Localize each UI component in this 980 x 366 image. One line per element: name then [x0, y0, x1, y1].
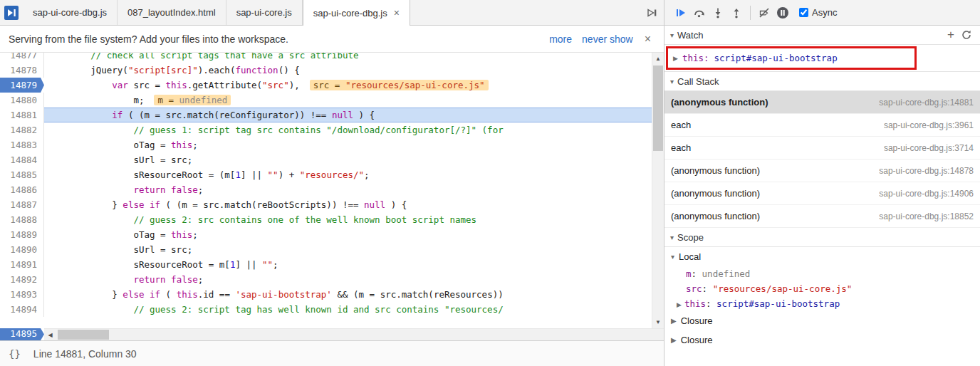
line-number[interactable]: 14880	[0, 93, 44, 108]
token-plain: ;	[198, 274, 204, 285]
scope-section-local[interactable]: ▾Local	[664, 247, 980, 266]
breakpoint-line-number[interactable]: 14879	[0, 78, 44, 93]
scope-section-name: Closure	[681, 335, 713, 345]
token-plain	[48, 110, 112, 120]
line-number[interactable]: 14885	[0, 167, 44, 182]
line-number[interactable]: 14891	[0, 257, 44, 272]
collapse-triangle-icon[interactable]: ▾	[671, 253, 674, 261]
line-number[interactable]: 14890	[0, 242, 44, 257]
vertical-scrollbar-thumb[interactable]	[653, 66, 663, 151]
frame-function-name: (anonymous function)	[671, 211, 760, 221]
expand-triangle-icon[interactable]: ▶	[671, 336, 677, 344]
line-number[interactable]: 14892	[0, 272, 44, 287]
show-navigator-button[interactable]	[0, 0, 23, 25]
token-comment: // guess 2: src contains one of the well…	[133, 214, 476, 225]
breakpoint-line-number[interactable]: 14895	[0, 328, 44, 340]
token-plain: sUrl = src;	[48, 155, 192, 165]
code-line: 14881 if ( (m = src.match(reConfigurator…	[0, 108, 664, 122]
line-number[interactable]: 14881	[0, 108, 44, 122]
deactivate-breakpoints-icon	[759, 7, 770, 19]
editor-tab[interactable]: 087_layoutIndex.html	[118, 0, 226, 25]
code-editor[interactable]: 14877 // check all script tags that have…	[0, 53, 664, 340]
horizontal-scrollbar[interactable]: ◀ ▶	[44, 328, 664, 340]
variable-name: m	[686, 268, 692, 279]
token-comment: // guess 2: script tag has well known id…	[133, 304, 503, 315]
deactivate-breakpoints-button[interactable]	[755, 6, 773, 20]
frame-location: sap-ui-core-dbg.js:3961	[884, 120, 974, 130]
frame-location: sap-ui-core-dbg.js:14881	[879, 98, 974, 108]
step-out-button[interactable]	[727, 6, 746, 20]
frame-function-name: each	[671, 142, 691, 153]
scroll-down-icon[interactable]: ▼	[652, 316, 664, 328]
code-line: 14885 sResourceRoot = (m[1] || "") + "re…	[0, 167, 664, 182]
line-number[interactable]: 14887	[0, 197, 44, 212]
never-show-link[interactable]: never show	[582, 33, 633, 45]
collapse-triangle-icon[interactable]: ▾	[670, 31, 674, 39]
add-watch-icon[interactable]: +	[943, 28, 959, 42]
call-stack-section-header[interactable]: ▾ Call Stack	[664, 72, 980, 91]
call-stack-frame[interactable]: eachsap-ui-core-dbg.js:3961	[664, 114, 980, 137]
line-number[interactable]: 14894	[0, 302, 44, 317]
code-text: // guess 1: script tag src contains "/do…	[44, 122, 664, 137]
step-into-button[interactable]	[709, 6, 727, 20]
watch-section-header[interactable]: ▾ Watch +	[664, 26, 980, 45]
token-plain: ;	[273, 259, 278, 270]
token-string: "src"	[262, 80, 289, 90]
scope-section-header[interactable]: ▾ Scope	[664, 228, 980, 247]
collapse-triangle-icon[interactable]: ▾	[670, 78, 674, 85]
scope-section-closure[interactable]: ▶Closure	[664, 330, 980, 350]
tab-close-icon[interactable]: ×	[394, 8, 400, 18]
token-plain: src =	[128, 80, 166, 90]
editor-tab[interactable]: sap-ui-core.js	[226, 0, 303, 25]
expand-triangle-icon[interactable]: ▶	[673, 55, 678, 62]
expand-triangle-icon[interactable]: ▶	[671, 317, 677, 325]
more-link[interactable]: more	[549, 33, 572, 45]
collapse-triangle-icon[interactable]: ▾	[670, 234, 674, 241]
variable-value: "resources/sap-ui-core.js"	[713, 283, 853, 294]
call-stack-frame[interactable]: (anonymous function)sap-ui-core-dbg.js:1…	[664, 160, 980, 182]
line-number[interactable]: 14893	[0, 287, 44, 302]
pause-on-exceptions-button[interactable]	[773, 6, 792, 20]
line-number[interactable]: 14888	[0, 212, 44, 227]
horizontal-scrollbar-thumb[interactable]	[58, 330, 109, 340]
call-stack-frame[interactable]: (anonymous function)sap-ui-core-dbg.js:1…	[664, 182, 980, 205]
line-number[interactable]: 14883	[0, 137, 44, 152]
token-plain: oTag =	[48, 140, 171, 150]
line-number[interactable]: 14889	[0, 227, 44, 242]
line-number[interactable]: 14886	[0, 182, 44, 197]
token-plain: ) {	[385, 199, 407, 210]
scope-variable[interactable]: m: undefined	[664, 266, 980, 281]
refresh-watch-icon[interactable]	[959, 30, 974, 40]
scope-variable[interactable]: ▶this: script#sap-ui-bootstrap	[664, 296, 980, 311]
token-plain: ;	[192, 229, 198, 240]
step-over-button[interactable]	[690, 6, 709, 20]
editor-tab[interactable]: sap-ui-core-dbg.js	[23, 0, 118, 25]
show-drawer-button[interactable]	[640, 0, 664, 25]
editor-tab[interactable]: sap-ui-core-dbg.js×	[303, 0, 410, 26]
line-number[interactable]: 14877	[0, 53, 44, 63]
watch-expression[interactable]: ▶ this: script#sap-ui-bootstrap	[664, 45, 980, 71]
call-stack-frame[interactable]: (anonymous function)sap-ui-core-dbg.js:1…	[664, 205, 980, 228]
frame-location: sap-ui-core-dbg.js:14878	[879, 166, 974, 176]
frame-function-name: (anonymous function)	[671, 188, 760, 199]
expand-triangle-icon[interactable]: ▶	[677, 301, 682, 308]
async-checkbox[interactable]	[799, 8, 808, 17]
call-stack-frame[interactable]: eachsap-ui-core-dbg.js:3714	[664, 137, 980, 160]
scroll-left-icon[interactable]: ◀	[44, 329, 56, 340]
infobar-close-icon[interactable]: ×	[645, 33, 651, 46]
scroll-up-icon[interactable]: ▲	[652, 53, 664, 65]
line-number[interactable]: 14882	[0, 122, 44, 137]
resume-button[interactable]	[672, 6, 690, 20]
line-number[interactable]: 14878	[0, 63, 44, 78]
call-stack-frame[interactable]: (anonymous function)sap-ui-core-dbg.js:1…	[664, 91, 980, 114]
line-number[interactable]: 14884	[0, 152, 44, 167]
code-text: sResourceRoot = m[1] || "";	[44, 257, 664, 272]
token-comment: // check all script tags that have a src…	[90, 53, 358, 61]
step-out-icon	[731, 7, 742, 19]
scope-section-closure[interactable]: ▶Closure	[664, 311, 980, 330]
token-plain: sResourceRoot = m[	[48, 259, 230, 270]
debugger-toolbar: Async	[664, 0, 980, 26]
vertical-scrollbar[interactable]: ▲ ▼	[652, 53, 664, 328]
pretty-print-button[interactable]: {}	[9, 348, 21, 360]
scope-variable[interactable]: src: "resources/sap-ui-core.js"	[664, 281, 980, 296]
